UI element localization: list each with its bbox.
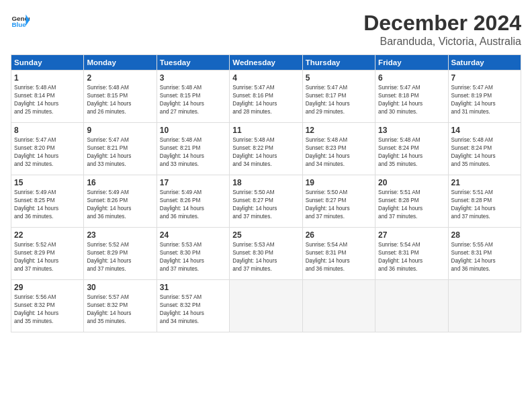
day-info: Sunrise: 5:47 AM Sunset: 8:19 PM Dayligh…: [451, 84, 518, 116]
day-info: Sunrise: 5:56 AM Sunset: 8:32 PM Dayligh…: [14, 293, 81, 326]
day-number: 17: [160, 178, 226, 187]
day-number: 23: [87, 230, 153, 240]
day-number: 10: [160, 126, 226, 135]
day-number: 15: [14, 178, 81, 187]
table-row: [375, 280, 448, 332]
day-number: 8: [14, 126, 81, 135]
table-row: 13Sunrise: 5:48 AM Sunset: 8:24 PM Dayli…: [375, 123, 448, 175]
calendar-week-row: 15Sunrise: 5:49 AM Sunset: 8:25 PM Dayli…: [11, 175, 521, 228]
day-number: 11: [232, 126, 299, 135]
day-info: Sunrise: 5:54 AM Sunset: 8:31 PM Dayligh…: [306, 241, 372, 273]
day-number: 27: [378, 230, 445, 240]
day-number: 9: [87, 126, 153, 135]
day-number: 21: [451, 178, 518, 187]
table-row: 25Sunrise: 5:53 AM Sunset: 8:30 PM Dayli…: [230, 228, 302, 280]
day-number: 14: [451, 126, 518, 135]
calendar-week-row: 22Sunrise: 5:52 AM Sunset: 8:29 PM Dayli…: [11, 228, 521, 280]
table-row: 26Sunrise: 5:54 AM Sunset: 8:31 PM Dayli…: [302, 228, 375, 280]
col-sunday: Sunday: [11, 55, 84, 71]
day-number: 24: [160, 230, 226, 240]
day-number: 31: [160, 283, 226, 292]
table-row: 20Sunrise: 5:51 AM Sunset: 8:28 PM Dayli…: [375, 175, 448, 228]
day-info: Sunrise: 5:48 AM Sunset: 8:22 PM Dayligh…: [232, 136, 299, 169]
table-row: 14Sunrise: 5:48 AM Sunset: 8:24 PM Dayli…: [448, 123, 521, 175]
table-row: 17Sunrise: 5:49 AM Sunset: 8:26 PM Dayli…: [157, 175, 229, 228]
day-number: 26: [306, 230, 372, 240]
calendar-week-row: 8Sunrise: 5:47 AM Sunset: 8:20 PM Daylig…: [11, 123, 521, 175]
table-row: 5Sunrise: 5:47 AM Sunset: 8:17 PM Daylig…: [302, 71, 375, 123]
day-number: 5: [306, 73, 372, 83]
table-row: 15Sunrise: 5:49 AM Sunset: 8:25 PM Dayli…: [11, 175, 84, 228]
day-info: Sunrise: 5:53 AM Sunset: 8:30 PM Dayligh…: [160, 241, 226, 273]
day-number: 20: [378, 178, 445, 187]
day-info: Sunrise: 5:51 AM Sunset: 8:28 PM Dayligh…: [378, 189, 445, 221]
table-row: 8Sunrise: 5:47 AM Sunset: 8:20 PM Daylig…: [11, 123, 84, 175]
table-row: 23Sunrise: 5:52 AM Sunset: 8:29 PM Dayli…: [84, 228, 157, 280]
table-row: 1Sunrise: 5:48 AM Sunset: 8:14 PM Daylig…: [11, 71, 84, 123]
table-row: 7Sunrise: 5:47 AM Sunset: 8:19 PM Daylig…: [448, 71, 521, 123]
table-row: 29Sunrise: 5:56 AM Sunset: 8:32 PM Dayli…: [11, 280, 84, 332]
table-row: 10Sunrise: 5:48 AM Sunset: 8:21 PM Dayli…: [157, 123, 229, 175]
day-info: Sunrise: 5:48 AM Sunset: 8:21 PM Dayligh…: [160, 136, 226, 169]
page: General Blue December 2024 Baranduda, Vi…: [0, 0, 532, 411]
day-info: Sunrise: 5:48 AM Sunset: 8:24 PM Dayligh…: [451, 136, 518, 169]
day-number: 4: [232, 73, 299, 83]
day-info: Sunrise: 5:48 AM Sunset: 8:15 PM Dayligh…: [160, 84, 226, 116]
logo: General Blue: [11, 11, 30, 30]
table-row: 3Sunrise: 5:48 AM Sunset: 8:15 PM Daylig…: [157, 71, 229, 123]
day-info: Sunrise: 5:50 AM Sunset: 8:27 PM Dayligh…: [306, 189, 372, 221]
subtitle: Baranduda, Victoria, Australia: [363, 36, 521, 48]
table-row: 24Sunrise: 5:53 AM Sunset: 8:30 PM Dayli…: [157, 228, 229, 280]
day-number: 12: [306, 126, 372, 135]
calendar-week-row: 1Sunrise: 5:48 AM Sunset: 8:14 PM Daylig…: [11, 71, 521, 123]
table-row: 12Sunrise: 5:48 AM Sunset: 8:23 PM Dayli…: [302, 123, 375, 175]
day-number: 30: [87, 283, 153, 292]
day-info: Sunrise: 5:51 AM Sunset: 8:28 PM Dayligh…: [451, 189, 518, 221]
day-info: Sunrise: 5:48 AM Sunset: 8:23 PM Dayligh…: [306, 136, 372, 169]
header: General Blue December 2024 Baranduda, Vi…: [11, 11, 521, 48]
day-info: Sunrise: 5:48 AM Sunset: 8:15 PM Dayligh…: [87, 84, 153, 116]
day-info: Sunrise: 5:57 AM Sunset: 8:32 PM Dayligh…: [160, 293, 226, 326]
title-block: December 2024 Baranduda, Victoria, Austr…: [363, 11, 521, 48]
table-row: 11Sunrise: 5:48 AM Sunset: 8:22 PM Dayli…: [230, 123, 302, 175]
day-number: 3: [160, 73, 226, 83]
day-info: Sunrise: 5:48 AM Sunset: 8:14 PM Dayligh…: [14, 84, 81, 116]
table-row: 19Sunrise: 5:50 AM Sunset: 8:27 PM Dayli…: [302, 175, 375, 228]
day-number: 29: [14, 283, 81, 292]
day-number: 18: [232, 178, 299, 187]
day-number: 16: [87, 178, 153, 187]
day-info: Sunrise: 5:52 AM Sunset: 8:29 PM Dayligh…: [87, 241, 153, 273]
col-monday: Monday: [84, 55, 157, 71]
day-info: Sunrise: 5:55 AM Sunset: 8:31 PM Dayligh…: [451, 241, 518, 273]
day-number: 22: [14, 230, 81, 240]
calendar-week-row: 29Sunrise: 5:56 AM Sunset: 8:32 PM Dayli…: [11, 280, 521, 332]
day-info: Sunrise: 5:57 AM Sunset: 8:32 PM Dayligh…: [87, 293, 153, 326]
table-row: 9Sunrise: 5:47 AM Sunset: 8:21 PM Daylig…: [84, 123, 157, 175]
col-thursday: Thursday: [302, 55, 375, 71]
day-info: Sunrise: 5:49 AM Sunset: 8:26 PM Dayligh…: [160, 189, 226, 221]
calendar-header-row: Sunday Monday Tuesday Wednesday Thursday…: [11, 55, 521, 71]
table-row: 28Sunrise: 5:55 AM Sunset: 8:31 PM Dayli…: [448, 228, 521, 280]
table-row: 16Sunrise: 5:49 AM Sunset: 8:26 PM Dayli…: [84, 175, 157, 228]
table-row: 27Sunrise: 5:54 AM Sunset: 8:31 PM Dayli…: [375, 228, 448, 280]
table-row: 30Sunrise: 5:57 AM Sunset: 8:32 PM Dayli…: [84, 280, 157, 332]
day-number: 2: [87, 73, 153, 83]
day-info: Sunrise: 5:54 AM Sunset: 8:31 PM Dayligh…: [378, 241, 445, 273]
table-row: 31Sunrise: 5:57 AM Sunset: 8:32 PM Dayli…: [157, 280, 229, 332]
table-row: [302, 280, 375, 332]
day-info: Sunrise: 5:48 AM Sunset: 8:24 PM Dayligh…: [378, 136, 445, 169]
day-info: Sunrise: 5:50 AM Sunset: 8:27 PM Dayligh…: [232, 189, 299, 221]
day-number: 25: [232, 230, 299, 240]
table-row: [230, 280, 302, 332]
day-info: Sunrise: 5:47 AM Sunset: 8:20 PM Dayligh…: [14, 136, 81, 169]
day-number: 1: [14, 73, 81, 83]
col-tuesday: Tuesday: [157, 55, 229, 71]
day-number: 13: [378, 126, 445, 135]
day-info: Sunrise: 5:52 AM Sunset: 8:29 PM Dayligh…: [14, 241, 81, 273]
calendar: Sunday Monday Tuesday Wednesday Thursday…: [11, 54, 521, 332]
table-row: 2Sunrise: 5:48 AM Sunset: 8:15 PM Daylig…: [84, 71, 157, 123]
table-row: 21Sunrise: 5:51 AM Sunset: 8:28 PM Dayli…: [448, 175, 521, 228]
day-info: Sunrise: 5:47 AM Sunset: 8:21 PM Dayligh…: [87, 136, 153, 169]
day-number: 28: [451, 230, 518, 240]
table-row: [448, 280, 521, 332]
